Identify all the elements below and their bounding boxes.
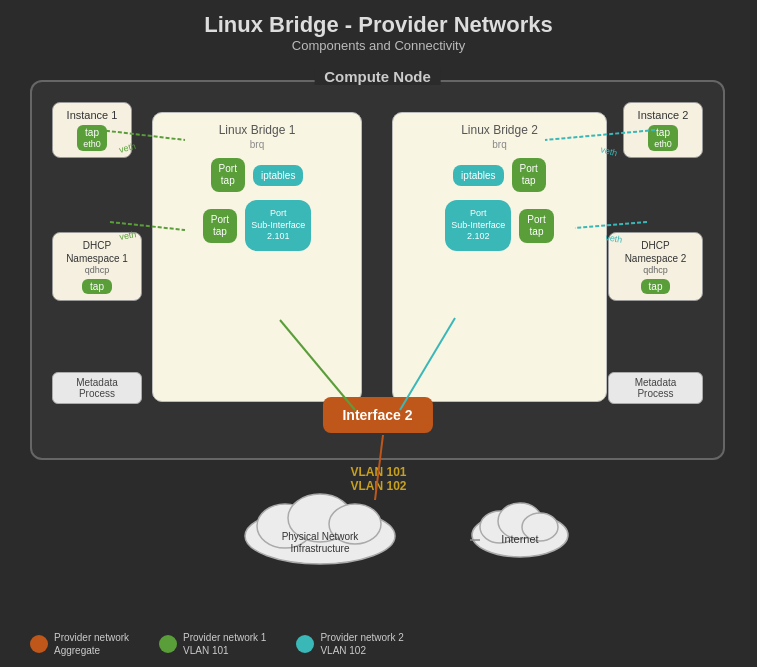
- legend-text-green: Provider network 1 VLAN 101: [183, 631, 266, 657]
- metadata1-box: MetadataProcess: [52, 372, 142, 404]
- internet-svg: Internet: [465, 493, 575, 563]
- svg-text:Infrastructure: Infrastructure: [291, 543, 350, 554]
- bridge2-label: Linux Bridge 2: [403, 123, 596, 137]
- dhcp2-label: DHCPNamespace 2: [617, 239, 694, 265]
- instance1-tap: tap eth0: [77, 125, 107, 151]
- bridge2-box: Linux Bridge 2 brq iptables Porttap Port…: [392, 112, 607, 402]
- cloud-svg: Physical Network Infrastructure: [230, 478, 410, 568]
- metadata2-box: MetadataProcess: [608, 372, 703, 404]
- dhcp2-tap: tap: [641, 279, 671, 294]
- physical-network-cloud: Physical Network Infrastructure: [230, 478, 410, 572]
- bridge2-port-tap2: Porttap: [519, 209, 553, 243]
- bridge1-iptables: iptables: [253, 165, 303, 186]
- bridge1-box: Linux Bridge 1 brq Porttap iptables Port…: [152, 112, 362, 402]
- compute-node: Compute Node Instance 1 tap eth0 Instanc…: [30, 80, 725, 460]
- dhcp1-box: DHCPNamespace 1 qdhcp tap: [52, 232, 142, 301]
- bridge2-iptables: iptables: [453, 165, 503, 186]
- dhcp2-box: DHCPNamespace 2 qdhcp tap: [608, 232, 703, 301]
- bridge1-port-sub: PortSub-Interface2.101: [245, 200, 311, 251]
- svg-text:Physical Network: Physical Network: [282, 531, 360, 542]
- bridge2-port-tap1: Porttap: [512, 158, 546, 192]
- legend-dot-teal: [296, 635, 314, 653]
- bridge2-sub: brq: [403, 139, 596, 150]
- legend-dot-orange: [30, 635, 48, 653]
- compute-node-label: Compute Node: [314, 68, 441, 85]
- bridge2-port-sub: PortSub-Interface2.102: [445, 200, 511, 251]
- vlan101-label: VLAN 101: [350, 465, 406, 479]
- bridge1-port-tap1: Porttap: [211, 158, 245, 192]
- interface2-button[interactable]: Interface 2: [322, 397, 432, 433]
- bridge2-row1: iptables Porttap: [403, 158, 596, 192]
- legend-text-teal: Provider network 2 VLAN 102: [320, 631, 403, 657]
- instance2-tap: tap eth0: [648, 125, 678, 151]
- dhcp1-label: DHCPNamespace 1: [61, 239, 133, 265]
- legend-item-green: Provider network 1 VLAN 101: [159, 631, 266, 657]
- metadata2-label: MetadataProcess: [635, 377, 677, 399]
- subtitle: Components and Connectivity: [0, 38, 757, 53]
- legend-text-orange: Provider network Aggregate: [54, 631, 129, 657]
- instance1-label: Instance 1: [61, 109, 123, 121]
- instance2-label: Instance 2: [632, 109, 694, 121]
- legend-item-orange: Provider network Aggregate: [30, 631, 129, 657]
- bridge1-label: Linux Bridge 1: [163, 123, 351, 137]
- dhcp1-sub: qdhcp: [61, 265, 133, 275]
- bridge1-row1: Porttap iptables: [163, 158, 351, 192]
- bridge1-row2: Porttap PortSub-Interface2.101: [163, 200, 351, 251]
- bridge2-row2: PortSub-Interface2.102 Porttap: [403, 200, 596, 251]
- legend-item-teal: Provider network 2 VLAN 102: [296, 631, 403, 657]
- legend-dot-green: [159, 635, 177, 653]
- legend: Provider network Aggregate Provider netw…: [30, 631, 404, 657]
- bridge1-sub: brq: [163, 139, 351, 150]
- main-container: Linux Bridge - Provider Networks Compone…: [0, 0, 757, 667]
- main-title: Linux Bridge - Provider Networks: [0, 12, 757, 38]
- metadata1-label: MetadataProcess: [76, 377, 118, 399]
- dhcp2-sub: qdhcp: [617, 265, 694, 275]
- bridge1-port-tap2: Porttap: [203, 209, 237, 243]
- instance2-box: Instance 2 tap eth0: [623, 102, 703, 158]
- svg-text:Internet: Internet: [501, 533, 538, 545]
- title-section: Linux Bridge - Provider Networks Compone…: [0, 0, 757, 53]
- bridge2-inner: iptables Porttap PortSub-Interface2.102 …: [403, 158, 596, 251]
- dhcp1-tap: tap: [82, 279, 112, 294]
- internet-cloud: Internet: [465, 493, 575, 567]
- instance1-box: Instance 1 tap eth0: [52, 102, 132, 158]
- bridge1-inner: Porttap iptables Porttap PortSub-Interfa…: [163, 158, 351, 251]
